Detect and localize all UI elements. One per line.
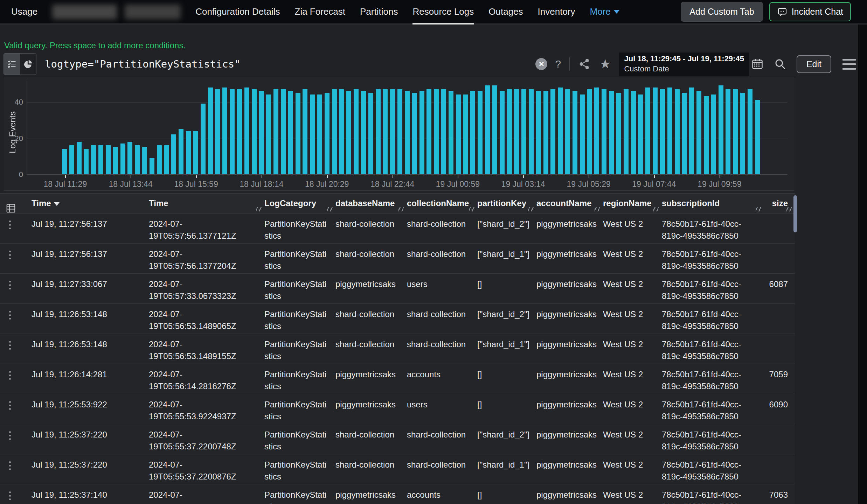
chat-bubble-icon <box>777 7 788 17</box>
column-header-subscriptionid[interactable]: subscriptionId <box>662 194 764 213</box>
column-header-partitionkey[interactable]: partitionKey <box>477 194 536 213</box>
kebab-menu-icon[interactable] <box>9 341 32 350</box>
nav-tab-resource-logs[interactable]: Resource Logs <box>412 0 474 23</box>
chart-bar <box>346 91 351 174</box>
column-resize-handle[interactable] <box>595 207 600 211</box>
kebab-menu-icon[interactable] <box>9 431 32 440</box>
kebab-menu-icon[interactable] <box>9 371 32 380</box>
cell-size: 7059 <box>764 364 795 394</box>
nav-tab-configuration-details[interactable]: Configuration Details <box>195 0 280 23</box>
chart-bar <box>215 89 220 174</box>
list-view-icon[interactable] <box>4 54 20 75</box>
kebab-menu-icon[interactable] <box>9 311 32 320</box>
nav-tab-usage[interactable]: Usage <box>11 0 37 23</box>
column-resize-handle[interactable] <box>786 207 792 211</box>
query-status-text: Valid query. Press space to add more con… <box>4 41 186 50</box>
column-header-databasename[interactable]: databaseName <box>335 194 407 213</box>
table-scrollbar-thumb[interactable] <box>793 195 797 232</box>
table-row[interactable]: Jul 19, 11:25:37:2202024-07-19T05:55:37.… <box>0 454 795 484</box>
table-row[interactable]: Jul 19, 11:26:53:1482024-07-19T05:56:53.… <box>0 304 795 334</box>
cell-collectionname: users <box>407 394 477 424</box>
cell-partitionkey: ["shard_id_1"] <box>477 334 536 364</box>
chart-bar <box>179 129 183 174</box>
kebab-menu-icon[interactable] <box>9 220 32 229</box>
chart-x-tick-mark <box>327 175 328 178</box>
chart-bar <box>733 89 738 174</box>
table-columns-icon[interactable] <box>6 203 32 214</box>
column-header-logcategory[interactable]: LogCategory <box>264 194 335 213</box>
kebab-menu-icon[interactable] <box>9 491 32 500</box>
date-range-picker[interactable]: Jul 18, 11:29:45 - Jul 19, 11:29:45 Cust… <box>619 52 749 76</box>
add-custom-tab-button[interactable]: Add Custom Tab <box>681 2 763 22</box>
nav-tabs: UsageConfiguration DetailsZia ForecastPa… <box>0 0 619 23</box>
cell-accountname: piggymetricsaks <box>536 484 603 504</box>
chart-bar <box>456 94 461 174</box>
kebab-menu-icon[interactable] <box>9 461 32 470</box>
chevron-down-icon <box>614 10 619 14</box>
nav-tab-inventory[interactable]: Inventory <box>538 0 575 23</box>
help-icon[interactable]: ? <box>555 58 561 70</box>
hamburger-menu-icon[interactable] <box>842 59 856 70</box>
nav-tab-zia-forecast[interactable]: Zia Forecast <box>295 0 346 23</box>
cell-collectionname: shard-collection <box>407 454 477 484</box>
table-row[interactable]: Jul 19, 11:26:53:1482024-07-19T05:56:53.… <box>0 334 795 364</box>
column-header-collectionname[interactable]: collectionName <box>407 194 477 213</box>
column-header-size[interactable]: size <box>764 194 795 213</box>
incident-chat-button[interactable]: Incident Chat <box>769 2 851 21</box>
cell-collectionname: shard-collection <box>407 304 477 334</box>
table-row[interactable]: Jul 19, 11:25:37:2202024-07-19T05:55:37.… <box>0 424 795 454</box>
chart-bar <box>62 149 67 174</box>
chart-bar <box>441 89 446 174</box>
search-icon[interactable] <box>774 58 786 70</box>
table-row[interactable]: Jul 19, 11:25:37:1402024-07-PartitionKey… <box>0 484 795 504</box>
column-resize-handle[interactable] <box>327 207 333 211</box>
nav-tab-more[interactable]: More <box>590 0 619 23</box>
cell-partitionkey: ["shard_id_2"] <box>477 214 536 243</box>
table-row[interactable]: Jul 19, 11:27:33:0672024-07-19T05:57:33.… <box>0 274 795 304</box>
column-resize-handle[interactable] <box>256 207 262 211</box>
chart-bar <box>383 89 388 174</box>
chart-bar <box>142 147 147 174</box>
star-icon[interactable]: ★ <box>599 58 611 70</box>
column-header-regionname[interactable]: regionName <box>603 194 662 213</box>
query-input[interactable]: logtype="PartitionKeyStatistics" <box>45 58 241 70</box>
chart-bar <box>748 89 752 174</box>
pie-chart-icon[interactable] <box>20 54 36 75</box>
chart-bar <box>201 104 206 174</box>
kebab-menu-icon[interactable] <box>9 281 32 289</box>
cell-accountname: piggymetricsaks <box>536 274 603 303</box>
table-row[interactable]: Jul 19, 11:25:53:9222024-07-19T05:55:53.… <box>0 394 795 424</box>
chart-bar <box>252 89 257 174</box>
cell-time: 2024-07-19T05:57:56.1377121Z <box>149 214 264 243</box>
cell-databasename: shard-collection <box>335 214 407 243</box>
table-row[interactable]: Jul 19, 11:27:56:1372024-07-19T05:57:56.… <box>0 244 795 274</box>
clear-query-icon[interactable]: ✕ <box>535 58 547 70</box>
column-resize-handle[interactable] <box>756 207 761 211</box>
nav-tab-label: Partitions <box>360 6 398 17</box>
column-header-time[interactable]: Time <box>32 194 149 213</box>
cell-partitionkey: ["shard_id_2"] <box>477 304 536 334</box>
calendar-icon[interactable] <box>751 58 764 70</box>
column-resize-handle[interactable] <box>528 207 534 211</box>
column-resize-handle[interactable] <box>398 207 404 211</box>
nav-tab-redacted[interactable] <box>52 5 117 19</box>
nav-tab-partitions[interactable]: Partitions <box>360 0 398 23</box>
cell-regionname: West US 2 <box>603 394 662 424</box>
chart-bar <box>500 91 505 174</box>
nav-tab-outages[interactable]: Outages <box>488 0 523 23</box>
nav-tab-redacted[interactable] <box>125 5 181 19</box>
column-resize-handle[interactable] <box>653 207 659 211</box>
chart-bar <box>521 89 526 174</box>
chart-bar <box>222 88 227 174</box>
chart-bar <box>303 89 307 174</box>
share-icon[interactable] <box>578 58 590 70</box>
column-header-accountname[interactable]: accountName <box>536 194 603 213</box>
column-header-label: LogCategory <box>264 198 316 208</box>
column-resize-handle[interactable] <box>469 207 474 211</box>
table-row[interactable]: Jul 19, 11:27:56:1372024-07-19T05:57:56.… <box>0 214 795 244</box>
column-header-time[interactable]: Time <box>149 194 264 213</box>
table-row[interactable]: Jul 19, 11:26:14:2812024-07-19T05:56:14.… <box>0 364 795 394</box>
kebab-menu-icon[interactable] <box>9 401 32 410</box>
edit-button[interactable]: Edit <box>797 55 831 73</box>
kebab-menu-icon[interactable] <box>9 251 32 259</box>
